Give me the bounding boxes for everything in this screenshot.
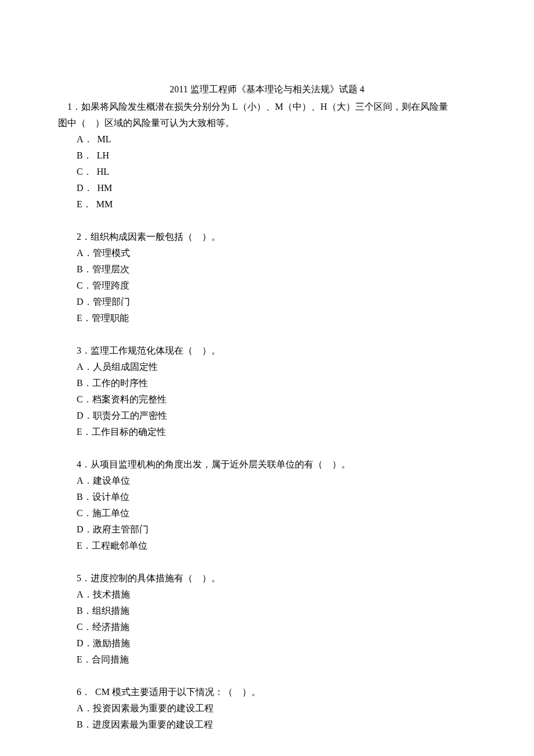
document-title: 2011 监理工程师《基本理论与相关法规》试题 4 xyxy=(58,81,476,98)
question-5-option-b: B．组织措施 xyxy=(77,603,476,619)
question-2-option-c: C．管理跨度 xyxy=(77,278,476,294)
question-5-stem: 5．进度控制的具体措施有（ ）。 xyxy=(58,570,476,586)
question-6-option-b: B．进度因素最为重要的建设工程 xyxy=(77,717,476,733)
question-1-stem-line1: 1．如果将风险发生概潜在损失分别分为 L（小）、M（中）、H（大）三个区间，则在… xyxy=(58,99,476,115)
question-1-option-e: E． MM xyxy=(77,196,476,213)
question-4-option-b: B．设计单位 xyxy=(77,489,476,505)
question-1-option-c: C． HL xyxy=(77,164,476,180)
question-3-option-d: D．职责分工的严密性 xyxy=(77,408,476,424)
question-5-option-a: A．技术措施 xyxy=(77,586,476,603)
question-1-option-b: B． LH xyxy=(77,147,476,164)
question-3-option-e: E．工作目标的确定性 xyxy=(77,424,476,440)
spacer xyxy=(58,440,476,456)
question-4-stem: 4．从项目监理机构的角度出发，属于近外层关联单位的有（ ）。 xyxy=(58,456,476,473)
question-2-option-d: D．管理部门 xyxy=(77,294,476,310)
question-1-stem-line2: 图中（ ）区域的风险量可认为大致相等。 xyxy=(58,115,476,131)
question-4-option-d: D．政府主管部门 xyxy=(77,521,476,538)
question-5-option-d: D．激励措施 xyxy=(77,635,476,651)
spacer xyxy=(58,554,476,570)
spacer xyxy=(58,326,476,343)
spacer xyxy=(58,668,476,684)
question-5-option-c: C．经济措施 xyxy=(77,619,476,635)
question-1-option-d: D． HM xyxy=(77,180,476,196)
question-2-option-e: E．管理职能 xyxy=(77,310,476,326)
question-2-stem: 2．组织构成因素一般包括（ ）。 xyxy=(58,229,476,245)
question-5-option-e: E．合同措施 xyxy=(77,651,476,668)
question-6-stem: 6． CM 模式主要适用于以下情况：（ ）。 xyxy=(58,684,476,700)
question-2-option-a: A．管理模式 xyxy=(77,245,476,261)
question-4-option-a: A．建设单位 xyxy=(77,473,476,489)
question-3-stem: 3．监理工作规范化体现在（ ）。 xyxy=(58,343,476,359)
question-2-option-b: B．管理层次 xyxy=(77,261,476,278)
question-6-option-a: A．投资因素最为重要的建设工程 xyxy=(77,700,476,717)
question-4-option-e: E．工程毗邻单位 xyxy=(77,538,476,554)
question-3-option-b: B．工作的时序性 xyxy=(77,375,476,391)
question-4-option-c: C．施工单位 xyxy=(77,505,476,521)
question-3-option-c: C．档案资料的完整性 xyxy=(77,391,476,408)
spacer xyxy=(58,213,476,229)
question-3-option-a: A．人员组成固定性 xyxy=(77,359,476,375)
question-1-option-a: A． ML xyxy=(77,131,476,147)
